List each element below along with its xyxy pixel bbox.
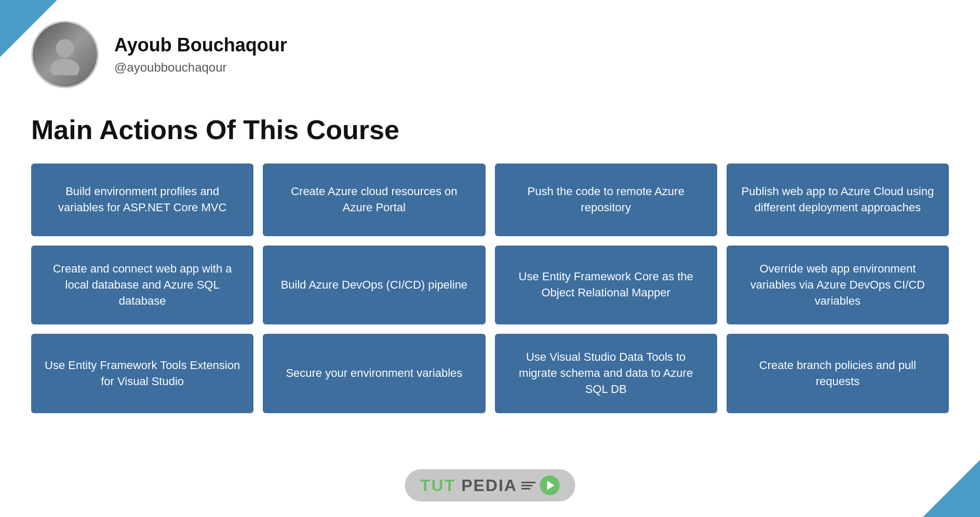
avatar bbox=[31, 21, 99, 88]
action-card-9: Use Entity Framework Tools Extension for… bbox=[31, 334, 253, 413]
watermark-line-3 bbox=[521, 488, 531, 489]
actions-grid: Build environment profiles and variables… bbox=[31, 164, 949, 413]
action-card-7: Use Entity Framework Core as the Object … bbox=[495, 246, 717, 324]
watermark: TUT PEDIA bbox=[405, 469, 575, 501]
watermark-lines-icon bbox=[521, 482, 536, 489]
action-card-8: Override web app environment variables v… bbox=[727, 246, 949, 324]
action-card-1: Build environment profiles and variables… bbox=[31, 164, 253, 236]
watermark-line-2 bbox=[521, 485, 533, 486]
action-card-5: Create and connect web app with a local … bbox=[31, 246, 253, 324]
action-card-2: Create Azure cloud resources on Azure Po… bbox=[263, 164, 485, 236]
watermark-line-1 bbox=[521, 482, 536, 483]
avatar-silhouette bbox=[44, 34, 86, 75]
watermark-text: TUT PEDIA bbox=[420, 476, 517, 495]
action-card-6: Build Azure DevOps (CI/CD) pipeline bbox=[263, 246, 485, 324]
profile-section: Ayoub Bouchaqour @ayoubbouchaqour bbox=[31, 21, 949, 88]
action-card-12: Create branch policies and pull requests bbox=[727, 334, 949, 413]
corner-decoration-bottom-right bbox=[923, 460, 980, 517]
watermark-tut: TUT bbox=[420, 476, 455, 495]
action-card-3: Push the code to remote Azure repository bbox=[495, 164, 717, 236]
profile-info: Ayoub Bouchaqour @ayoubbouchaqour bbox=[114, 34, 287, 75]
action-card-4: Publish web app to Azure Cloud using dif… bbox=[727, 164, 949, 236]
main-container: Ayoub Bouchaqour @ayoubbouchaqour Main A… bbox=[0, 0, 980, 434]
avatar-image bbox=[33, 22, 97, 87]
profile-handle: @ayoubbouchaqour bbox=[114, 60, 287, 75]
action-card-11: Use Visual Studio Data Tools to migrate … bbox=[495, 334, 717, 413]
watermark-pedia: PEDIA bbox=[455, 476, 517, 495]
svg-point-0 bbox=[56, 39, 74, 57]
section-title: Main Actions Of This Course bbox=[31, 114, 949, 145]
profile-name: Ayoub Bouchaqour bbox=[114, 34, 287, 56]
play-icon bbox=[540, 475, 560, 495]
svg-point-1 bbox=[50, 59, 79, 75]
action-card-10: Secure your environment variables bbox=[263, 334, 485, 413]
